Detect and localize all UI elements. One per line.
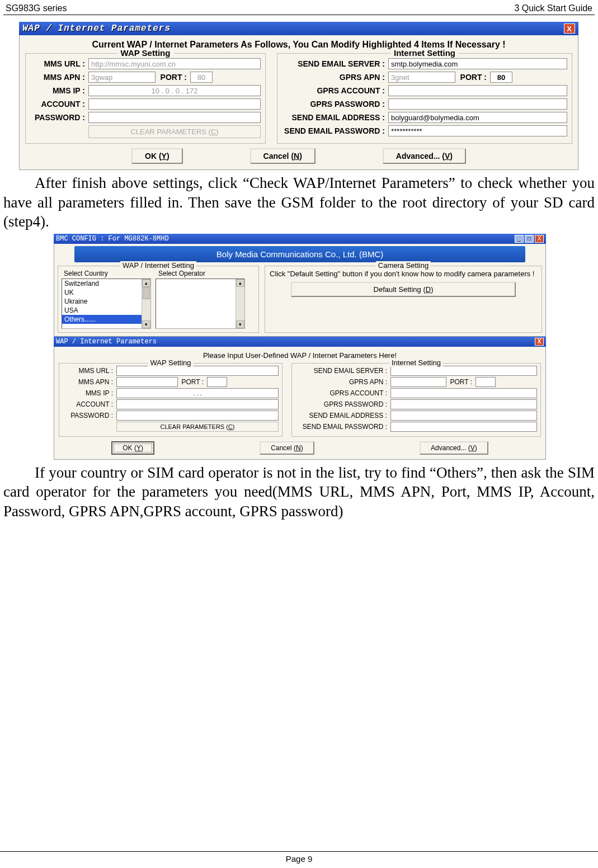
send-server-input[interactable]: smtp.bolymedia.com [388, 58, 567, 69]
list-item-selected[interactable]: Others...... [62, 315, 150, 324]
wapinet-group-title: WAP / Internet Setting [120, 261, 196, 270]
wap-group-title: WAP Setting [117, 48, 174, 58]
dialog1-title: WAP / Internet Parameters [22, 23, 171, 34]
wap-internet-params-dialog: WAP / Internet Parameters X Current WAP … [19, 22, 578, 170]
list-item[interactable]: Switzerland [62, 279, 150, 288]
gprs-apn-label: GPRS APN : [282, 73, 388, 82]
close-icon[interactable]: X [535, 338, 544, 346]
scrollbar[interactable]: ▴▾ [142, 279, 150, 328]
mms-ip-input[interactable]: . . . [116, 388, 279, 398]
mms-url-label: MMS URL : [30, 59, 88, 68]
mms-ip-input[interactable]: 10 . 0 . 0 . 172 [88, 85, 261, 96]
paragraph-1: After finish above settings, click “Chec… [0, 173, 598, 232]
send-addr-label: SEND EMAIL ADDRESS : [295, 412, 390, 419]
close-icon[interactable]: X [535, 235, 544, 243]
dialog1-titlebar: WAP / Internet Parameters X [19, 22, 578, 35]
select-operator-label: Select Operator [158, 270, 253, 277]
wap-account-input[interactable] [88, 98, 261, 110]
send-pwd-label: SEND EMAIL PASSWORD : [295, 423, 390, 431]
wap-account-input[interactable] [116, 399, 279, 409]
wap-port-label: PORT : [178, 378, 207, 386]
advanced-button[interactable]: Advanced... (V) [420, 441, 488, 455]
chevron-up-icon[interactable]: ▴ [142, 279, 150, 287]
mms-apn-label: MMS APN : [30, 73, 88, 82]
page-footer: Page 9 [0, 851, 598, 864]
scroll-thumb[interactable] [143, 287, 150, 299]
wap-port-label: PORT : [156, 73, 190, 82]
wap-password-label: PASSWORD : [63, 412, 116, 419]
dialog2b-titlebar: WAP / Internet Parameters X [54, 337, 546, 347]
mms-apn-input[interactable]: 3gwap [88, 72, 156, 83]
inet-port-input[interactable]: 80 [490, 72, 512, 83]
list-item[interactable]: Ukraine [62, 297, 150, 306]
send-pwd-input[interactable] [390, 422, 537, 432]
mms-apn-label: MMS APN : [63, 378, 116, 386]
wap-account-label: ACCOUNT : [30, 100, 88, 108]
inet-port-label: PORT : [446, 378, 475, 386]
internet-group-title: Internet Setting [390, 48, 459, 58]
gprs-password-input[interactable] [388, 98, 567, 110]
wap-setting-group-2: WAP Setting MMS URL : MMS APN :PORT : MM… [59, 363, 282, 437]
send-addr-input[interactable] [390, 411, 537, 421]
bmc-config-dialog: BMC CONFIG : For MG882K-8MHD _ □ X Boly … [54, 234, 546, 460]
advanced-button[interactable]: Advanced... (V) [383, 148, 466, 164]
default-setting-button[interactable]: Default Setting (D) [291, 282, 516, 297]
chevron-up-icon[interactable]: ▴ [236, 279, 244, 287]
chevron-down-icon[interactable]: ▾ [236, 320, 244, 328]
cancel-button[interactable]: Cancel (N) [260, 441, 314, 455]
operator-listbox[interactable]: ▴▾ [156, 279, 245, 329]
gprs-account-label: GPRS ACCOUNT : [295, 389, 390, 397]
cancel-button[interactable]: Cancel (N) [250, 148, 316, 164]
country-listbox[interactable]: Switzerland UK Ukraine USA Others...... … [62, 279, 151, 329]
gprs-password-label: GPRS PASSWORD : [295, 400, 390, 408]
inet-port-input[interactable] [475, 377, 496, 387]
paragraph-2: If your country or SIM card operator is … [0, 463, 598, 521]
chevron-down-icon[interactable]: ▾ [142, 320, 150, 328]
maximize-icon[interactable]: □ [525, 235, 534, 243]
minimize-icon[interactable]: _ [515, 235, 524, 243]
header-right: 3 Quick Start Guide [514, 3, 592, 13]
ok-button[interactable]: OK (Y) [111, 441, 154, 455]
internet-group-title-2: Internet Setting [389, 358, 443, 367]
list-item[interactable]: USA [62, 306, 150, 315]
gprs-apn-input[interactable] [390, 377, 446, 387]
ok-button[interactable]: OK (Y) [131, 148, 183, 164]
mms-apn-input[interactable] [116, 377, 178, 387]
gprs-password-input[interactable] [390, 399, 537, 409]
send-server-input[interactable] [390, 366, 537, 376]
wap-password-input[interactable] [88, 112, 261, 123]
gprs-apn-input[interactable]: 3gnet [388, 72, 455, 83]
mms-url-input[interactable]: http://mmsc.myuni.com.cn [88, 58, 261, 69]
mms-url-input[interactable] [116, 366, 279, 376]
scrollbar[interactable]: ▴▾ [236, 279, 244, 328]
gprs-account-input[interactable] [390, 388, 537, 398]
wap-port-input[interactable] [207, 377, 227, 387]
dialog2b-title: WAP / Internet Parameters [56, 338, 157, 346]
wap-group-title-2: WAP Setting [148, 358, 194, 367]
wap-account-label: ACCOUNT : [63, 400, 116, 408]
send-server-label: SEND EMAIL SERVER : [295, 367, 390, 375]
clear-parameters-button[interactable]: CLEAR PARAMETERS (C) [116, 422, 279, 432]
send-pwd-label: SEND EMAIL PASSWORD : [282, 126, 388, 135]
header-left: SG983G series [6, 3, 67, 13]
header-rule [3, 15, 595, 15]
wap-internet-params-dialog-2: WAP / Internet Parameters X Please Input… [54, 337, 546, 460]
internet-setting-group: Internet Setting SEND EMAIL SERVER :smtp… [277, 53, 572, 144]
wap-port-input[interactable]: 80 [190, 72, 213, 83]
send-pwd-input[interactable]: *********** [388, 125, 567, 136]
list-item[interactable]: UK [62, 288, 150, 297]
gprs-account-label: GPRS ACCOUNT : [282, 86, 388, 95]
select-country-label: Select Country [64, 270, 158, 277]
wap-password-input[interactable] [116, 411, 279, 421]
clear-parameters-button[interactable]: CLEAR PARAMETERS (C) [88, 125, 261, 138]
dialog2-titlebar: BMC CONFIG : For MG882K-8MHD _ □ X [54, 234, 546, 244]
dialog2b-heading: Please Input User-Defined WAP / Internet… [59, 349, 541, 363]
gprs-account-input[interactable] [388, 85, 567, 96]
close-icon[interactable]: X [564, 23, 575, 34]
internet-setting-group-2: Internet Setting SEND EMAIL SERVER : GPR… [291, 363, 541, 437]
bmc-banner: Boly Media Communications Co., Ltd. (BMC… [74, 246, 525, 262]
send-addr-input[interactable]: bolyguard@bolymedia.com [388, 112, 567, 123]
wap-setting-group: WAP Setting MMS URL :http://mmsc.myuni.c… [25, 53, 266, 144]
camera-setting-group: Camera Setting Click "Default Setting" b… [265, 266, 542, 333]
mms-ip-label: MMS IP : [30, 86, 88, 95]
